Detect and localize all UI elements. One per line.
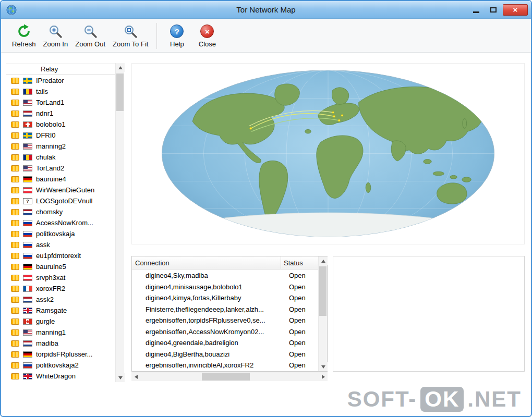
window-controls: × bbox=[468, 4, 528, 16]
relay-list-item[interactable]: chulak bbox=[6, 152, 115, 163]
relay-status-icon bbox=[11, 308, 19, 314]
connection-list-item[interactable]: digineo4,kimya,fortas,KillerbabyOpen bbox=[132, 292, 318, 304]
connection-scrollbar[interactable] bbox=[318, 256, 327, 371]
scroll-left-icon[interactable] bbox=[131, 372, 140, 381]
window-titlebar[interactable]: Tor Network Map × bbox=[1, 1, 531, 19]
relay-list-item[interactable]: WhiteDragon bbox=[6, 371, 115, 382]
scroll-right-icon[interactable] bbox=[319, 372, 328, 381]
close-icon: × bbox=[513, 6, 518, 14]
relay-list-item[interactable]: Ramsgate bbox=[6, 305, 115, 316]
relay-list-item[interactable]: gurgle bbox=[6, 316, 115, 327]
zoom-to-fit-label: Zoom To Fit bbox=[113, 40, 148, 48]
toolbar-separator bbox=[156, 23, 157, 49]
relay-column-header[interactable]: Relay bbox=[6, 63, 115, 75]
watermark-prefix: SOFT- bbox=[347, 387, 417, 412]
connection-path: digineo4,minisausage,bolobolo1 bbox=[132, 283, 287, 291]
relay-list-item[interactable]: TorLand2 bbox=[6, 163, 115, 174]
relay-list-item[interactable]: manning2 bbox=[6, 141, 115, 152]
relay-name: chomsky bbox=[36, 208, 63, 216]
relay-list-item[interactable]: manning1 bbox=[6, 327, 115, 338]
flag-icon-ro bbox=[23, 154, 32, 161]
flag-icon-se bbox=[23, 132, 32, 139]
minimize-button[interactable] bbox=[468, 4, 484, 15]
relay-list-item[interactable]: assk2 bbox=[6, 294, 115, 305]
horizontal-scroll-track[interactable] bbox=[140, 372, 319, 381]
connection-list-item[interactable]: ergebnisoffen,torpidsFRplusserve0,se...O… bbox=[132, 315, 318, 326]
relay-list-item[interactable]: madiba bbox=[6, 338, 115, 349]
relay-status-icon bbox=[11, 373, 19, 379]
connection-list-item[interactable]: digineo4,greendale,badreligionOpen bbox=[132, 337, 318, 349]
relay-list-item[interactable]: politkovskaja bbox=[6, 228, 115, 239]
close-window-button[interactable]: × bbox=[503, 4, 528, 16]
scroll-down-icon[interactable] bbox=[319, 362, 328, 371]
relay-list-item[interactable]: bauruine4 bbox=[6, 174, 115, 185]
connection-scroll-thumb[interactable] bbox=[319, 266, 327, 316]
relay-list-item[interactable]: tails bbox=[6, 86, 115, 97]
relay-name: srvph3xat bbox=[36, 274, 65, 281]
relay-list-item[interactable]: TorLand1 bbox=[6, 97, 115, 108]
connection-list-item[interactable]: ergebnisoffen,invincibleAl,xoroxFR2Open bbox=[132, 360, 318, 371]
relay-list-item[interactable]: IPredator bbox=[6, 75, 115, 86]
map-panel[interactable] bbox=[131, 63, 525, 244]
zoom-to-fit-button[interactable]: Zoom To Fit bbox=[109, 22, 152, 49]
relay-list-item[interactable]: bauruine5 bbox=[6, 261, 115, 272]
flag-icon-us bbox=[23, 100, 32, 106]
relay-list-item[interactable]: eu1pfdmtorexit bbox=[6, 250, 115, 261]
watermark-suffix: .NET bbox=[467, 387, 522, 412]
refresh-button[interactable]: Refresh bbox=[8, 22, 40, 49]
relay-list-item[interactable]: srvph3xat bbox=[6, 272, 115, 283]
connection-list-item[interactable]: ergebnisoffen,AccessNowKromyon02...Open bbox=[132, 326, 318, 338]
connection-scroll-track[interactable] bbox=[319, 265, 327, 362]
relay-list-item[interactable]: WirWarenDieGuten bbox=[6, 185, 115, 195]
scroll-up-icon[interactable] bbox=[319, 256, 328, 265]
connection-path: digineo4,Sky,madiba bbox=[132, 272, 287, 279]
relay-scrollbar[interactable] bbox=[115, 63, 124, 382]
flag-icon-unknown bbox=[23, 198, 32, 204]
connection-status: Open bbox=[287, 339, 318, 347]
relay-status-icon bbox=[11, 340, 19, 347]
relay-list-item[interactable]: bolobolo1 bbox=[6, 119, 115, 130]
close-button[interactable]: × Close bbox=[192, 22, 222, 49]
relay-list-item[interactable]: DFRI0 bbox=[6, 130, 115, 141]
relay-name: AccessNowKrom... bbox=[36, 219, 93, 227]
connection-path: Finisterre,thefliegendeeep,lanker,alzh..… bbox=[132, 305, 287, 313]
relay-scroll-track[interactable] bbox=[116, 72, 124, 373]
relay-name: DFRI0 bbox=[36, 131, 56, 139]
relay-status-icon bbox=[11, 264, 19, 270]
zoom-in-button[interactable]: Zoom In bbox=[40, 22, 72, 49]
connection-column-header[interactable]: Connection bbox=[132, 259, 281, 267]
relay-list-item[interactable]: AccessNowKrom... bbox=[6, 217, 115, 228]
relay-list-item[interactable]: ndnr1 bbox=[6, 108, 115, 119]
scroll-up-icon[interactable] bbox=[116, 63, 125, 72]
status-column-header[interactable]: Status bbox=[281, 256, 318, 269]
scroll-down-icon[interactable] bbox=[116, 373, 125, 382]
horizontal-scroll-thumb[interactable] bbox=[202, 373, 250, 381]
maximize-button[interactable] bbox=[486, 4, 501, 15]
refresh-icon bbox=[17, 23, 31, 40]
relay-list-item[interactable]: LOGSgotoDEVnull bbox=[6, 195, 115, 206]
flag-icon-de bbox=[23, 264, 32, 270]
connection-list-item[interactable]: digineo4,BigBertha,bouaziziOpen bbox=[132, 349, 318, 360]
relay-name: politkovskaja bbox=[36, 230, 75, 238]
close-tool-icon: × bbox=[200, 23, 214, 40]
minimize-icon bbox=[473, 11, 479, 13]
zoom-out-label: Zoom Out bbox=[75, 40, 105, 48]
relay-list-item[interactable]: politkovskaja2 bbox=[6, 360, 115, 371]
relay-list-item[interactable]: chomsky bbox=[6, 206, 115, 217]
connection-list-item[interactable]: Finisterre,thefliegendeeep,lanker,alzh..… bbox=[132, 304, 318, 315]
connection-list: digineo4,Sky,madibaOpendigineo4,minisaus… bbox=[132, 270, 318, 371]
help-button[interactable]: ? Help bbox=[162, 22, 192, 49]
connection-list-item[interactable]: digineo4,Sky,madibaOpen bbox=[132, 270, 318, 281]
relay-list-item[interactable]: assk bbox=[6, 239, 115, 250]
relay-status-icon bbox=[11, 121, 19, 128]
globe-app-icon bbox=[6, 5, 17, 15]
zoom-out-button[interactable]: Zoom Out bbox=[71, 22, 109, 49]
relay-status-icon bbox=[11, 165, 19, 171]
connection-list-item[interactable]: digineo4,minisausage,bolobolo1Open bbox=[132, 281, 318, 293]
horizontal-scrollbar[interactable] bbox=[131, 372, 328, 381]
relay-list-item[interactable]: torpidsFRplusser... bbox=[6, 349, 115, 360]
relay-name: assk2 bbox=[36, 296, 54, 303]
relay-scroll-thumb[interactable] bbox=[116, 73, 124, 111]
relay-list-item[interactable]: xoroxFR2 bbox=[6, 283, 115, 294]
flag-icon-ca bbox=[23, 318, 32, 325]
